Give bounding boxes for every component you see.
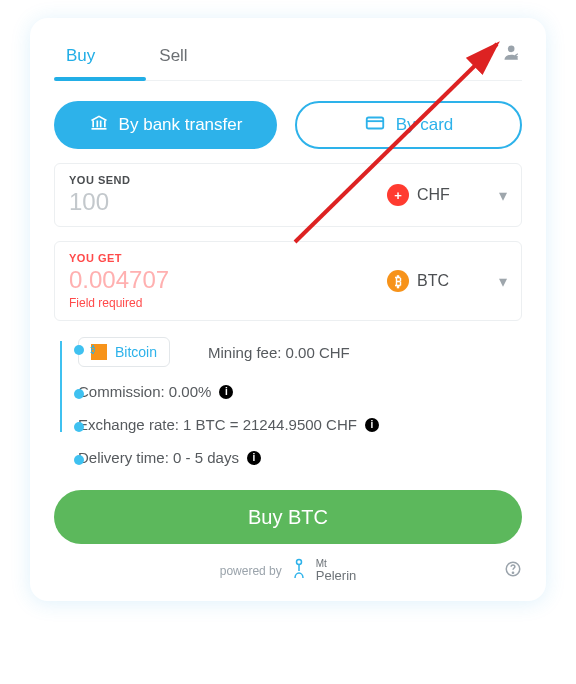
bank-icon — [89, 113, 109, 138]
mining-fee: Mining fee: 0.00 CHF — [208, 344, 350, 361]
account-icon[interactable] — [502, 37, 522, 79]
timeline-line — [60, 341, 62, 432]
payment-methods: By bank transfer By card — [54, 101, 522, 149]
rate-text: Exchange rate: 1 BTC = 21244.9500 CHF — [78, 416, 357, 433]
details: ₿ Bitcoin Mining fee: 0.00 CHF Commissio… — [54, 335, 522, 474]
widget-card: Buy Sell By bank transfer By card YOU SE… — [30, 18, 546, 601]
commission-text: Commission: 0.00% — [78, 383, 211, 400]
info-icon[interactable]: i — [247, 451, 261, 465]
tab-sell[interactable]: Sell — [147, 36, 199, 80]
timeline-dot — [74, 345, 84, 355]
coin-chip-label: Bitcoin — [115, 344, 157, 360]
tabs: Buy Sell — [54, 36, 522, 81]
send-label: YOU SEND — [69, 174, 387, 186]
powered-by-text: powered by — [220, 564, 282, 578]
send-input[interactable]: 100 — [69, 188, 387, 216]
btc-icon: ₿ — [91, 344, 107, 360]
get-label: YOU GET — [69, 252, 387, 264]
timeline-dot — [74, 389, 84, 399]
btc-icon: ₿ — [387, 270, 409, 292]
send-currency-selector[interactable]: + CHF ▾ — [387, 184, 507, 206]
bank-transfer-label: By bank transfer — [119, 115, 243, 135]
timeline-dot — [74, 422, 84, 432]
svg-point-4 — [512, 572, 513, 573]
brand-bottom: Pelerin — [316, 568, 356, 583]
tab-buy[interactable]: Buy — [54, 36, 107, 80]
chevron-down-icon: ▾ — [499, 186, 507, 205]
chf-icon: + — [387, 184, 409, 206]
svg-rect-1 — [366, 117, 383, 128]
chevron-down-icon: ▾ — [499, 272, 507, 291]
get-currency-code: BTC — [417, 272, 449, 290]
card-icon — [364, 112, 386, 139]
get-error: Field required — [69, 296, 387, 310]
send-currency-code: CHF — [417, 186, 450, 204]
footer: powered by Mt Pelerin — [54, 558, 522, 583]
delivery-text: Delivery time: 0 - 5 days — [78, 449, 239, 466]
card-label: By card — [396, 115, 454, 135]
info-icon[interactable]: i — [219, 385, 233, 399]
get-currency-selector[interactable]: ₿ BTC ▾ — [387, 270, 507, 292]
card-button[interactable]: By card — [295, 101, 522, 149]
coin-chip[interactable]: ₿ Bitcoin — [78, 337, 170, 367]
buy-button[interactable]: Buy BTC — [54, 490, 522, 544]
svg-point-2 — [296, 560, 301, 565]
info-icon[interactable]: i — [365, 418, 379, 432]
help-icon[interactable] — [504, 560, 522, 581]
timeline-dot — [74, 455, 84, 465]
tab-indicator — [54, 77, 146, 81]
bank-transfer-button[interactable]: By bank transfer — [54, 101, 277, 149]
brand-logo-icon — [292, 558, 306, 583]
svg-point-0 — [508, 46, 515, 53]
get-row: YOU GET 0.004707 Field required ₿ BTC ▾ — [54, 241, 522, 321]
get-input[interactable]: 0.004707 — [69, 266, 387, 294]
send-row: YOU SEND 100 + CHF ▾ — [54, 163, 522, 227]
